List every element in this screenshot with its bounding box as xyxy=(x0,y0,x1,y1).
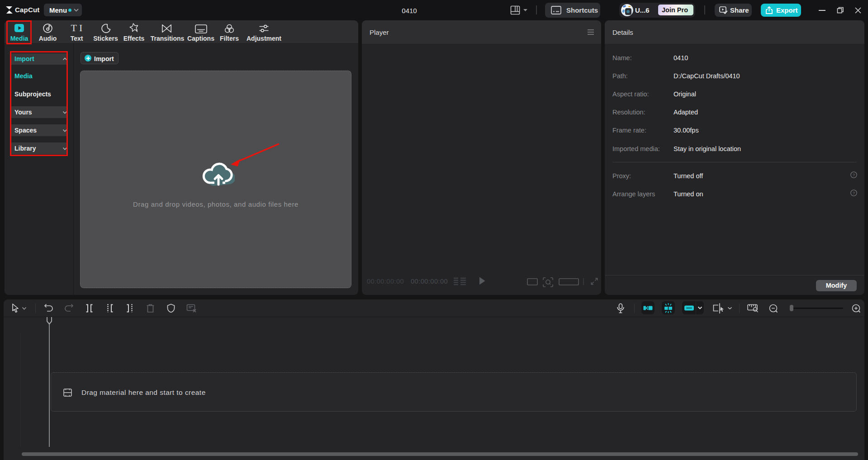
svg-text:?: ? xyxy=(853,191,855,195)
svg-text:?: ? xyxy=(853,173,855,177)
